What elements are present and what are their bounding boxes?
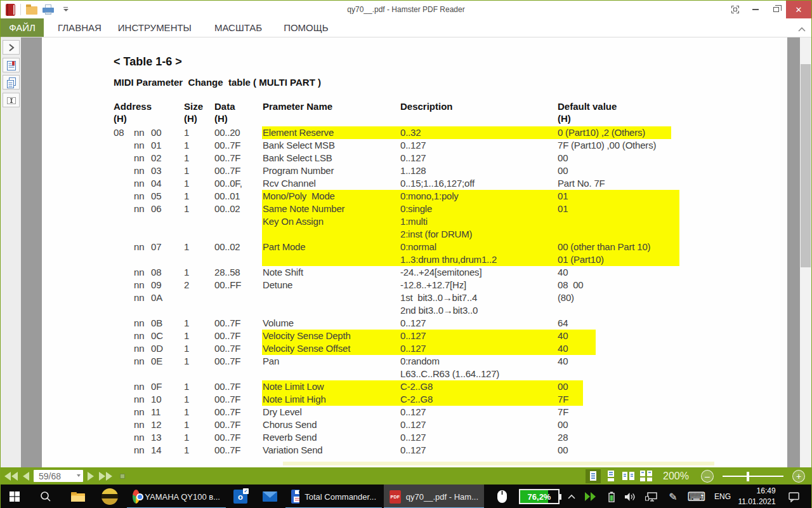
cell-a2: nn [134,177,144,190]
pen-icon: ✎ [669,491,677,503]
start-button[interactable] [0,485,29,508]
mail-button[interactable] [256,485,283,508]
language-indicator[interactable]: ENG [710,485,735,508]
view-two-pages-button[interactable] [621,469,636,483]
cell-desc: 0..127 [400,431,426,444]
sidebar-thumbnails-button[interactable] [3,75,20,90]
clock[interactable]: 16:49 11.01.2021 [735,485,779,508]
cell-desc: 0:normal [400,241,436,253]
outlook-button[interactable]: o✓ [227,485,254,508]
sidebar-text-select-button[interactable] [3,93,20,107]
zoom-in-button[interactable]: + [792,470,805,483]
cell-desc: 0..127 [400,317,426,330]
cell-a3: 0A [151,291,162,304]
last-page-icon [98,472,112,481]
minimize-button[interactable] [745,1,766,18]
restore-button[interactable] [766,1,786,18]
two-continuous-icon [639,471,653,481]
battery-nub [560,494,561,500]
view-continuous-button[interactable] [603,469,619,483]
cell-name: Velocity Sense Offset [263,342,350,355]
tray-app-green-chevrons[interactable] [581,485,600,508]
tray-volume-button[interactable] [620,485,639,508]
scrollbar-thumb[interactable] [801,64,811,267]
cell-data: 00..02 [214,203,240,215]
col-subheader-h: (H) [184,113,197,124]
sidebar-bookmarks-button[interactable] [3,58,20,72]
keyboard-icon: ⌨ [688,489,706,504]
view-two-continuous-button[interactable] [639,469,654,483]
cell-size: 1 [184,418,189,431]
tab-home[interactable]: ГЛАВНАЯ [56,18,103,37]
view-single-page-button[interactable] [586,469,601,483]
tab-help[interactable]: ПОМОЩЬ [282,18,330,37]
cell-a3: 14 [151,444,161,457]
battery-icon [606,491,617,502]
page-dropdown-icon[interactable] [77,474,81,477]
cell-def: 00 [558,444,568,457]
tab-tools[interactable]: ИНСТРУМЕНТЫ [117,18,193,37]
next-page-button[interactable] [87,472,95,481]
mouse-settings-button[interactable] [488,485,515,508]
cell-desc: 1st bit3..0→bit7..4 [400,291,477,304]
cell-def: 7F [558,393,568,406]
cell-a2: nn [134,330,144,342]
table-row: nn0C100..7FVelocity Sense Depth0..12740 [42,330,787,342]
vertical-scrollbar[interactable] [800,37,811,467]
col-header-data: Data [214,101,235,112]
zoom-slider[interactable] [723,470,783,483]
pdf-table-subtitle: MIDI Parameter Change table ( MULTI PART… [114,77,321,88]
file-explorer-button[interactable] [63,485,93,508]
taskbar-search-button[interactable] [30,485,61,508]
cell-name: Bank Select MSB [263,139,335,152]
tray-touch-keyboard-button[interactable]: ⌨ [684,485,709,508]
pdf-page: < Table 1-6 > MIDI Parameter Change tabl… [42,37,787,467]
first-page-button[interactable] [4,472,18,481]
previous-page-icon [22,472,30,481]
cell-data: 00..7F [214,444,240,457]
cell-name: Part Mode [263,241,305,253]
task-label: YAMAHA QY100 в... [145,492,220,502]
fullscreen-button[interactable] [725,1,745,18]
task-chrome-yamaha[interactable]: YAMAHA QY100 в... [127,485,226,508]
page-number-input[interactable]: 59/68 [34,470,83,482]
cell-size: 1 [184,317,189,330]
cell-size: 1 [184,342,189,355]
tab-zoom[interactable]: МАСШТАБ [213,18,263,37]
tray-network-button[interactable] [641,485,662,508]
cell-size: 1 [184,126,189,139]
zoom-out-button[interactable]: – [701,470,714,483]
table-row: 1..3:drum thru,drum1..201 (Part10) [42,253,787,266]
table-row: Key On Assign1:multi [42,215,787,228]
cell-desc: 0..127 [400,342,426,355]
cell-size: 1 [184,393,189,406]
mail-icon [263,491,277,502]
tab-file[interactable]: ФАЙЛ [1,18,44,37]
stop-icon[interactable] [120,474,125,479]
task-pdf-reader[interactable]: PDF qy70__.pdf - Ham... [384,485,484,508]
action-center-button[interactable] [782,485,807,508]
last-page-button[interactable] [98,472,112,481]
battery-percentage-widget[interactable]: 76,2% [516,485,562,508]
zoom-slider-handle[interactable] [747,472,749,481]
windows-taskbar: YAMAHA QY100 в... o✓ Total Commander... … [0,485,812,508]
double-chevron-right-icon [585,492,596,501]
tray-show-hidden-button[interactable] [563,485,580,508]
cell-name: Note Limit High [263,393,326,406]
tray-pen-button[interactable]: ✎ [664,485,683,508]
qy100-app-button[interactable] [95,485,124,508]
previous-page-button[interactable] [22,472,30,481]
table-row: nn13100..7FReverb Send0..12728 [42,431,787,444]
cell-def: 7F [558,406,568,418]
sidebar-expand-button[interactable] [3,40,20,55]
close-button[interactable]: ✕ [786,1,811,18]
cell-size: 1 [184,431,189,444]
text-select-icon [6,95,17,106]
col-subheader-h: (H) [214,113,228,124]
cell-data: 00..7F [214,380,240,393]
tray-battery-button[interactable] [603,485,620,508]
ribbon-collapse-button[interactable] [797,23,806,35]
cell-desc: 1..3:drum thru,drum1..2 [400,253,497,266]
cell-name: Volume [263,317,294,330]
task-total-commander[interactable]: Total Commander... [285,485,382,508]
